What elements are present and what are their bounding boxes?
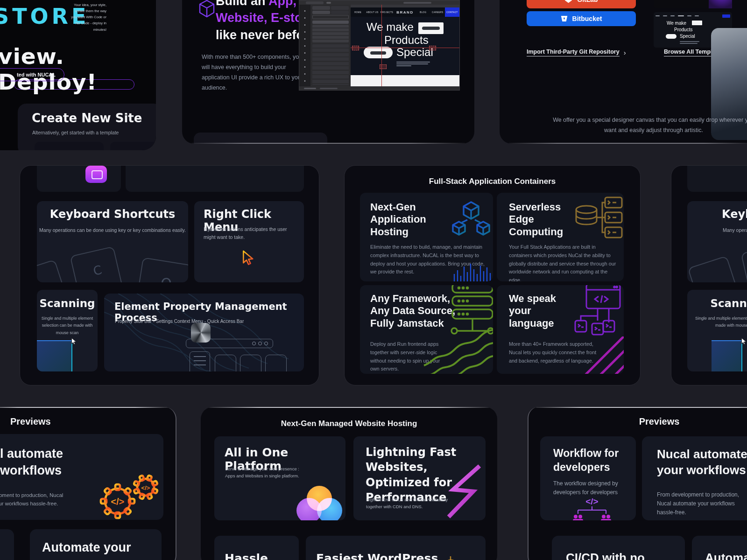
cube-icon (197, 0, 216, 19)
designer-canvas-caption: We offer you a special designer canvas t… (551, 115, 747, 136)
right-click-menu-card: Right Click Menu It provides actions ant… (194, 201, 304, 282)
scan-cursor-icon (740, 337, 747, 346)
workflows-desc: From development to production, Nucal au… (657, 490, 747, 518)
edge-computing-desc: Your Full Stack Applications are built i… (509, 243, 616, 281)
scanning-title: Scanning (37, 297, 98, 309)
language-title: We speak your language (509, 293, 570, 329)
app-icon-gradient (85, 166, 107, 183)
editor-widgets-sidebar (310, 5, 351, 86)
cicd-title: CI/CD with no (566, 551, 645, 560)
hosting-panel: Next-Gen Managed Website Hosting All in … (201, 407, 497, 560)
wireframe-sidebar (190, 351, 210, 371)
git-panel: GitLab Bitbucket Import Third-Party Git … (500, 0, 747, 144)
nav-item: HOME (351, 7, 365, 17)
database-server-icon (571, 196, 624, 241)
previews-heading: Previews (10, 416, 51, 427)
previews-right-panel: Previews Workflow for developers The wor… (528, 407, 747, 560)
edge-computing-title: Serverless Edge Computing (509, 201, 579, 238)
mini-nav-item (687, 15, 691, 16)
key-c: C (740, 243, 747, 282)
lightning-icon (447, 463, 483, 519)
wordpress-title: Easiest WordPress (316, 552, 438, 560)
hero-caption-bar (396, 62, 430, 63)
right-click-menu-desc: It provides actions anticipates the user… (204, 225, 292, 241)
workflow-dev-card: Workflow for developers The workflow des… (540, 436, 636, 520)
partial-card (126, 165, 304, 192)
lightning-card: Lightning Fast Websites, Optimized for P… (353, 436, 486, 520)
create-new-site-card: Create New Site Alternatively, get start… (18, 104, 156, 150)
import-repo-link[interactable]: Import Third-Party Git Repository › (527, 49, 626, 56)
cursor-icon (241, 250, 256, 267)
guide-vertical (381, 5, 382, 86)
keyboard-shortcuts-desc: Many operations can be done using key or… (723, 227, 747, 233)
workflows-title: Nucal automate your workflows (657, 447, 747, 478)
store-panel: STORE Your idea, your style, create them… (0, 0, 156, 150)
gitlab-button[interactable]: GitLab (527, 0, 636, 8)
nav-contact-button: CONTACT (445, 7, 459, 17)
key-c: C (70, 246, 123, 282)
hero-caption-bar (396, 65, 411, 66)
nav-item: CAREERS (430, 7, 445, 17)
wireframe-tile (215, 355, 236, 371)
nucal-badge-label: ted with NUCAL (17, 72, 56, 77)
build-panel: Build an App, Website, E-store like neve… (182, 0, 474, 144)
gitlab-label: GitLab (577, 0, 598, 3)
edge-computing-card: Serverless Edge Computing Your Full Stac… (497, 193, 624, 281)
guide-box (352, 46, 359, 50)
hero-image-car (418, 22, 444, 34)
app-hosting-title: Next-Gen Application Hosting (370, 201, 457, 238)
mini-caption-bar (680, 41, 699, 42)
mini-nav-item (678, 15, 684, 16)
hero-line-1: We make (366, 21, 414, 34)
automate-title: Automate your (42, 540, 131, 555)
wordpress-card: Easiest WordPress (306, 536, 486, 560)
scan-selection-rect (37, 340, 72, 371)
workflows-title: Nucal automate your workflows (0, 445, 91, 479)
automate-title: Automate (705, 551, 747, 560)
partial-card (687, 165, 747, 192)
scanning-desc: Single and multiple element selection ca… (690, 315, 747, 329)
gear-code-glyph: </> (141, 484, 150, 491)
all-in-one-card: All in One Platform Serve & Manage your … (214, 436, 345, 520)
editor-main: HOME ABOUT US PROJECTS BRAND BLOG CAREER… (299, 5, 459, 86)
key-v: V (37, 259, 67, 282)
bitbucket-label: Bitbucket (572, 15, 602, 22)
bitbucket-button[interactable]: Bitbucket (527, 11, 636, 26)
editor-screenshot: HOME ABOUT US PROJECTS BRAND BLOG CAREER… (299, 0, 460, 91)
scanning-card: Scanning Single and multiple element sel… (37, 290, 98, 371)
scanning-desc: Single and multiple element selection ca… (41, 315, 94, 336)
template-tile[interactable] (110, 142, 156, 150)
previews-left-panel: Previews Nucal automate your workflows F… (0, 407, 176, 560)
keyboard-shortcuts-card: Keyboard Shortcuts Many operations can b… (37, 201, 188, 282)
cubes-cluster-icon (450, 199, 493, 242)
wireframe-tile (240, 355, 261, 371)
key-o: O (135, 257, 188, 282)
code-window-icon (574, 285, 624, 338)
hassle-free-title: Hassle Free (225, 552, 299, 560)
workflow-dev-title: Workflow for developers (553, 447, 623, 475)
scan-cursor-icon (70, 337, 78, 346)
mini-nav-item (695, 15, 699, 16)
build-heading-pre: Build an (216, 0, 268, 8)
import-repo-link-label: Import Third-Party Git Repository (527, 49, 620, 56)
tri-circles-icon (296, 486, 345, 520)
containers-title: Full-Stack Application Containers (345, 177, 640, 186)
partial-card (37, 165, 121, 192)
hero-line-2: Products (384, 34, 429, 47)
create-new-site-subtitle: Alternatively, get started with a templa… (32, 130, 119, 135)
language-card: We speak your language More than 40+ Fra… (497, 285, 624, 374)
panel-bottom-sliver-card (194, 133, 327, 144)
mini-nav-item (655, 15, 660, 16)
hero-pill-car (364, 47, 393, 58)
wavy-lines (423, 327, 493, 374)
chevron-right-icon: › (624, 49, 626, 56)
keyboard-shortcuts-title: Keyboard Shortcuts (722, 208, 747, 221)
nav-brand: BRAND (394, 7, 416, 17)
diagonal-stripes (563, 336, 624, 374)
gitlab-icon (564, 0, 572, 3)
all-in-one-desc: Serve & Manage your web presence : Apps … (225, 465, 309, 479)
circle-orange (307, 486, 332, 511)
hero-caption-bar (396, 63, 428, 64)
mini-hero-3: Special (680, 34, 695, 39)
template-tile[interactable] (35, 142, 104, 150)
